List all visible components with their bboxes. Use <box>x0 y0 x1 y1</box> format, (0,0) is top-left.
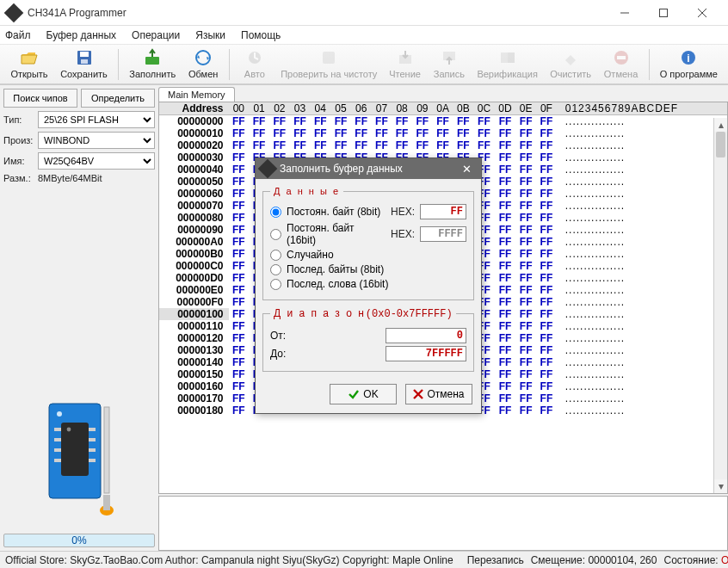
radio-2[interactable] <box>270 250 281 261</box>
window-title: CH341A Programmer <box>28 7 605 19</box>
vertical-scrollbar[interactable]: ▴ ▾ <box>713 118 727 493</box>
chip-illustration <box>40 398 118 522</box>
dialog-title-bar[interactable]: Заполнить буфер данных ✕ <box>256 158 481 179</box>
toolbar-save[interactable]: Сохранить <box>55 47 113 82</box>
title-bar: CH341A Programmer <box>0 0 728 26</box>
toolbar-auto: Авто <box>235 47 275 82</box>
radio-row-2: Случайно <box>270 249 466 261</box>
auto-icon <box>245 50 264 69</box>
hex-input-1[interactable] <box>420 226 466 242</box>
scroll-down-icon[interactable]: ▾ <box>714 479 727 493</box>
dialog-icon <box>258 159 278 179</box>
svg-rect-24 <box>89 428 96 431</box>
detect-button[interactable]: Определить <box>81 89 155 108</box>
search-chips-button[interactable]: Поиск чипов <box>3 89 77 108</box>
ok-button[interactable]: OK <box>330 384 397 404</box>
read-icon <box>396 50 415 69</box>
menu-2[interactable]: Операции <box>132 29 180 41</box>
svg-rect-25 <box>89 438 96 441</box>
svg-point-19 <box>67 428 71 432</box>
app-icon <box>4 3 24 22</box>
radio-label-1[interactable]: Постоян. байт (16bit) <box>287 222 386 246</box>
maximize-button[interactable] <box>644 0 682 26</box>
manufacturer-select[interactable]: WINBOND <box>38 132 155 149</box>
cancel-icon <box>612 50 631 69</box>
status-store: Official Store: SkyGz.TaoBao.Com Author:… <box>5 554 453 566</box>
radio-3[interactable] <box>270 264 281 275</box>
from-label: От: <box>270 330 291 342</box>
check-icon <box>348 388 360 400</box>
hex-label-0: HEX: <box>391 206 415 218</box>
radio-row-0: Постоян. байт (8bit)HEX: <box>270 204 466 219</box>
svg-rect-11 <box>508 52 515 63</box>
svg-rect-18 <box>61 423 89 476</box>
svg-rect-10 <box>501 52 508 63</box>
type-select[interactable]: 25\26 SPI FLASH <box>38 111 155 128</box>
chip-name-label: Имя: <box>3 156 34 166</box>
dialog-title: Заполнить буфер данных <box>280 163 403 175</box>
dialog-close-button[interactable]: ✕ <box>457 160 476 177</box>
radio-4[interactable] <box>270 279 281 290</box>
radio-label-4[interactable]: Послед. слова (16bit) <box>287 278 466 290</box>
svg-rect-7 <box>323 52 335 64</box>
radio-row-3: Послед. байты (8bit) <box>270 263 466 275</box>
tab-strip: Main Memory <box>158 87 728 102</box>
hex-row[interactable]: 00000020FFFFFFFFFFFFFFFFFFFFFFFFFFFFFFFF… <box>159 139 727 151</box>
svg-rect-30 <box>103 495 110 510</box>
toolbar-about[interactable]: iО программе <box>655 47 723 82</box>
progress-text: 0% <box>71 534 86 546</box>
hex-row[interactable]: 00000000FFFFFFFFFFFFFFFFFFFFFFFFFFFFFFFF… <box>159 115 727 128</box>
open-icon <box>20 50 39 69</box>
x-icon <box>413 389 423 399</box>
status-rewrite: Перезапись <box>467 554 524 566</box>
progress-bar: 0% <box>3 534 155 547</box>
type-label: Тип: <box>3 114 34 125</box>
radio-1[interactable] <box>270 229 281 240</box>
hex-label-1: HEX: <box>391 228 415 240</box>
status-state: Состояние: Отключено <box>663 554 728 566</box>
minimize-button[interactable] <box>605 0 644 26</box>
scroll-up-icon[interactable]: ▴ <box>714 118 727 132</box>
close-button[interactable] <box>682 0 721 26</box>
radio-label-2[interactable]: Случайно <box>287 249 466 261</box>
to-label: До: <box>270 348 291 360</box>
svg-rect-13 <box>617 56 626 59</box>
svg-rect-27 <box>89 459 96 462</box>
toolbar-fill[interactable]: Заполнить <box>124 47 181 82</box>
group-range-legend: Д и а п а з о н(0x0-0x7FFFFF) <box>270 307 456 320</box>
menu-4[interactable]: Помощь <box>241 29 281 41</box>
toolbar-erase: Очистить <box>545 47 597 82</box>
menu-0[interactable]: Файл <box>5 29 31 41</box>
chip-name-select[interactable]: W25Q64BV <box>38 152 155 170</box>
radio-label-3[interactable]: Послед. байты (8bit) <box>287 263 466 275</box>
svg-rect-0 <box>659 9 667 16</box>
toolbar-swap[interactable]: Обмен <box>182 47 223 82</box>
toolbar-open[interactable]: Открыть <box>5 47 53 82</box>
log-panel[interactable] <box>158 496 728 551</box>
hex-row[interactable]: 00000010FFFFFFFFFFFFFFFFFFFFFFFFFFFFFFFF… <box>159 127 727 139</box>
tab-main-memory[interactable]: Main Memory <box>158 87 235 102</box>
toolbar: ОткрытьСохранитьЗаполнитьОбменАвтоПровер… <box>0 45 728 84</box>
radio-0[interactable] <box>270 207 281 218</box>
radio-label-0[interactable]: Постоян. байт (8bit) <box>287 206 386 218</box>
menu-1[interactable]: Буфер данных <box>46 29 117 41</box>
menu-3[interactable]: Языки <box>195 29 225 41</box>
status-offset: Смещение: 00000104, 260 <box>531 554 657 566</box>
size-label: Разм.: <box>3 173 34 183</box>
from-input[interactable] <box>386 328 466 343</box>
group-range: Д и а п а з о н(0x0-0x7FFFFF) От: До: <box>262 307 474 372</box>
svg-rect-4 <box>145 57 159 65</box>
group-data-legend: Д а н н ы е <box>270 186 343 196</box>
svg-rect-3 <box>81 59 88 64</box>
hex-input-0[interactable] <box>420 204 466 219</box>
svg-rect-2 <box>80 52 89 57</box>
scroll-thumb[interactable] <box>716 132 725 157</box>
radio-row-1: Постоян. байт (16bit)HEX: <box>270 222 466 246</box>
cancel-button[interactable]: Отмена <box>405 384 472 404</box>
verify-icon <box>498 50 517 69</box>
to-input[interactable] <box>386 346 466 361</box>
fill-buffer-dialog: Заполнить буфер данных ✕ Д а н н ы е Пос… <box>255 157 482 414</box>
size-value: 8MByte/64MBit <box>38 173 102 183</box>
toolbar-blank: Проверить на чистоту <box>276 47 382 82</box>
toolbar-write: Запись <box>428 47 470 82</box>
